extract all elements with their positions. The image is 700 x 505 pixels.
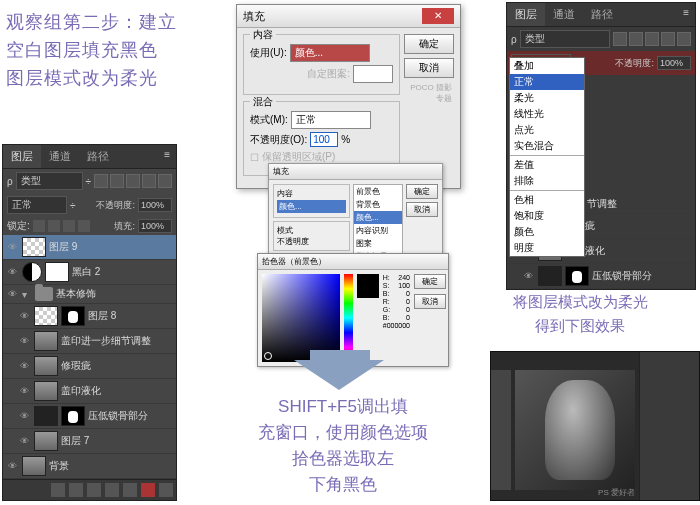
mask-thumb[interactable] [45, 262, 69, 282]
blend-mode-select[interactable]: 正常 [7, 196, 67, 214]
layer-item[interactable]: 👁 图层 9 [3, 235, 176, 260]
list-item[interactable]: 色相 [510, 192, 584, 208]
list-item[interactable]: 背景色 [354, 198, 402, 211]
fx-icon[interactable] [69, 483, 83, 497]
tab-paths[interactable]: 路径 [79, 145, 117, 168]
tab-channels[interactable]: 通道 [41, 145, 79, 168]
list-item[interactable]: 前景色 [354, 185, 402, 198]
layer-item[interactable]: 👁 图层 7 [3, 429, 176, 454]
tab-layers[interactable]: 图层 [507, 3, 545, 26]
cancel-button[interactable]: 取消 [404, 58, 454, 78]
layer-thumb[interactable] [34, 406, 58, 426]
color-field[interactable] [262, 274, 340, 362]
mask-thumb[interactable] [565, 266, 589, 286]
panel-menu-icon[interactable]: ≡ [677, 3, 695, 26]
use-dropdown-list[interactable]: 前景色 背景色 颜色... 内容识别 图案 历史记录 [353, 184, 403, 264]
filter-shape-icon[interactable] [142, 174, 156, 188]
use-select[interactable]: 颜色... [290, 44, 370, 62]
hex-input[interactable]: 000000 [387, 322, 410, 329]
preserve-checkbox-label[interactable]: 保留透明区域(P) [262, 150, 335, 164]
layer-item[interactable]: 👁 盖印液化 [3, 379, 176, 404]
list-item[interactable]: 饱和度 [510, 208, 584, 224]
tab-paths[interactable]: 路径 [583, 3, 621, 26]
use-select[interactable]: 颜色... [277, 200, 346, 213]
layer-item[interactable]: 👁 盖印进一步细节调整 [3, 329, 176, 354]
ok-button[interactable]: 确定 [414, 274, 446, 289]
ok-button[interactable]: 确定 [406, 184, 438, 199]
new-layer-icon[interactable] [141, 483, 155, 497]
lock-all-icon[interactable] [78, 220, 90, 232]
group-icon[interactable] [123, 483, 137, 497]
cancel-button[interactable]: 取消 [414, 294, 446, 309]
layer-thumb[interactable] [34, 331, 58, 351]
filter-adjust-icon[interactable] [110, 174, 124, 188]
layer-item[interactable]: 👁 压低锁骨部分 [507, 264, 695, 289]
layer-thumb[interactable] [538, 266, 562, 286]
layer-thumb[interactable] [34, 381, 58, 401]
tab-layers[interactable]: 图层 [3, 145, 41, 168]
layer-thumb[interactable] [34, 306, 58, 326]
panel-menu-icon[interactable]: ≡ [158, 145, 176, 168]
filter-type-select[interactable]: 类型 [520, 30, 610, 48]
visibility-icon[interactable]: 👁 [17, 359, 31, 373]
g-input[interactable]: 0 [406, 306, 410, 313]
visibility-icon[interactable]: 👁 [5, 265, 19, 279]
list-item[interactable]: 内容识别 [354, 224, 402, 237]
filter-icon[interactable] [645, 32, 659, 46]
list-item[interactable]: 柔光 [510, 90, 584, 106]
list-item[interactable]: 点光 [510, 122, 584, 138]
hue-slider[interactable] [344, 274, 353, 362]
r-input[interactable]: 0 [406, 298, 410, 305]
list-item[interactable]: 明度 [510, 240, 584, 256]
filter-icon[interactable] [661, 32, 675, 46]
folder-toggle-icon[interactable]: ▾ [22, 289, 32, 300]
lock-pos-icon[interactable] [63, 220, 75, 232]
link-icon[interactable] [51, 483, 65, 497]
s-input[interactable]: 100 [398, 282, 410, 289]
b-input[interactable]: 0 [406, 290, 410, 297]
layer-folder[interactable]: 👁 ▾ 基本修饰 [3, 285, 176, 304]
visibility-icon[interactable]: 👁 [5, 459, 19, 473]
visibility-icon[interactable]: 👁 [17, 384, 31, 398]
list-item[interactable]: 实色混合 [510, 138, 584, 154]
list-item[interactable]: 叠加 [510, 58, 584, 74]
mask-thumb[interactable] [61, 406, 85, 426]
filter-type-select[interactable]: 类型 [16, 172, 83, 190]
list-item[interactable]: 图案 [354, 237, 402, 250]
layer-item[interactable]: 👁 图层 8 [3, 304, 176, 329]
visibility-icon[interactable]: 👁 [17, 334, 31, 348]
bv-input[interactable]: 0 [406, 314, 410, 321]
mode-select[interactable]: 正常 [291, 111, 371, 129]
h-input[interactable]: 240 [398, 274, 410, 281]
list-item[interactable]: 差值 [510, 157, 584, 173]
opacity-input[interactable]: 100 [310, 132, 338, 147]
layer-thumb[interactable] [34, 356, 58, 376]
pattern-swatch[interactable] [353, 65, 393, 83]
layer-thumb[interactable] [22, 237, 46, 257]
layer-item[interactable]: 👁 压低锁骨部分 [3, 404, 176, 429]
filter-icon[interactable] [613, 32, 627, 46]
layer-thumb[interactable] [22, 456, 46, 476]
opacity-input[interactable]: 100% [138, 198, 172, 212]
visibility-icon[interactable]: 👁 [17, 309, 31, 323]
mask-thumb[interactable] [61, 306, 85, 326]
tab-channels[interactable]: 通道 [545, 3, 583, 26]
list-item[interactable]: 排除 [510, 173, 584, 189]
ok-button[interactable]: 确定 [404, 34, 454, 54]
list-item[interactable]: 颜色 [510, 224, 584, 240]
lock-pixel-icon[interactable] [48, 220, 60, 232]
lock-trans-icon[interactable] [33, 220, 45, 232]
layer-item[interactable]: 👁 背景 [3, 454, 176, 479]
filter-pixel-icon[interactable] [94, 174, 108, 188]
adjustment-icon[interactable] [22, 262, 42, 282]
filter-type-icon[interactable] [126, 174, 140, 188]
filter-icon[interactable] [629, 32, 643, 46]
visibility-icon[interactable]: 👁 [17, 434, 31, 448]
blend-mode-dropdown[interactable]: 叠加 正常 柔光 线性光 点光 实色混合 差值 排除 色相 饱和度 颜色 明度 [509, 57, 585, 257]
opacity-input[interactable]: 100% [657, 56, 691, 70]
adjustment-icon[interactable] [105, 483, 119, 497]
visibility-icon[interactable]: 👁 [5, 287, 19, 301]
dialog-titlebar[interactable]: 填充 ✕ [237, 5, 460, 28]
delete-icon[interactable] [159, 483, 173, 497]
cancel-button[interactable]: 取消 [406, 202, 438, 217]
